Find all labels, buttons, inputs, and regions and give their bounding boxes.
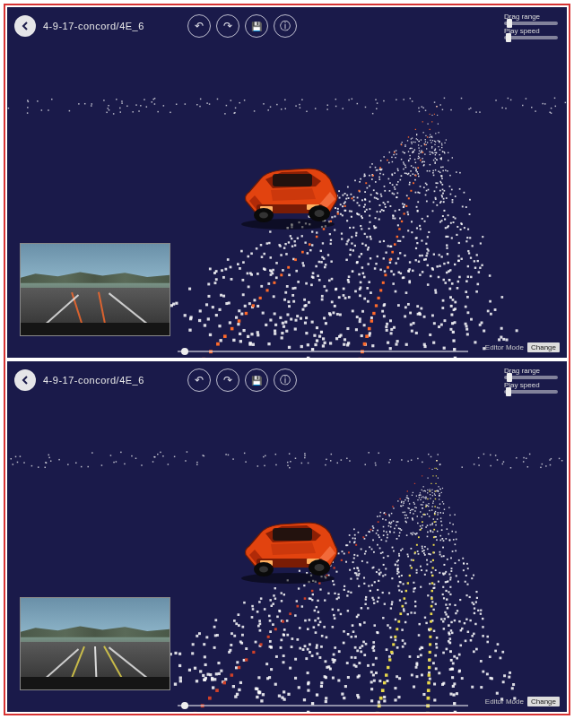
svg-rect-1366: [372, 599, 374, 601]
svg-rect-935: [121, 102, 122, 103]
svg-rect-1893: [372, 649, 375, 652]
svg-rect-967: [315, 108, 316, 108]
svg-rect-827: [397, 271, 400, 273]
svg-rect-438: [417, 210, 419, 212]
svg-rect-1895: [257, 691, 260, 694]
svg-rect-1521: [294, 658, 297, 661]
svg-rect-390: [441, 307, 444, 309]
svg-rect-467: [452, 202, 454, 204]
svg-rect-1935: [281, 592, 283, 594]
timeline-scrubber[interactable]: [178, 705, 468, 706]
svg-rect-257: [215, 278, 218, 281]
svg-rect-436: [426, 252, 428, 254]
svg-rect-985: [379, 167, 381, 169]
svg-rect-2150: [383, 681, 387, 685]
svg-rect-1739: [407, 507, 408, 508]
slider-thumb[interactable]: [506, 33, 511, 42]
svg-rect-1279: [382, 592, 384, 594]
svg-rect-362: [451, 237, 453, 238]
svg-rect-888: [551, 108, 552, 108]
svg-rect-805: [322, 344, 325, 347]
svg-rect-373: [395, 157, 396, 158]
save-button[interactable]: 💾: [245, 14, 268, 38]
svg-rect-1704: [397, 565, 399, 567]
svg-rect-1560: [427, 490, 428, 490]
svg-rect-1581: [403, 583, 404, 585]
svg-rect-1234: [419, 497, 420, 498]
svg-rect-746: [376, 197, 378, 199]
camera-inset[interactable]: [20, 243, 170, 336]
back-button[interactable]: [14, 369, 36, 391]
svg-rect-953: [120, 111, 121, 112]
svg-rect-1930: [383, 531, 385, 533]
svg-rect-1257: [174, 652, 177, 654]
svg-rect-981: [408, 136, 409, 137]
save-button[interactable]: 💾: [245, 368, 268, 392]
svg-rect-2079: [11, 458, 12, 459]
drag-range-slider[interactable]: [504, 376, 558, 379]
svg-rect-2212: [334, 659, 336, 662]
timeline-thumb[interactable]: [181, 348, 188, 355]
svg-rect-1743: [319, 621, 322, 624]
svg-rect-871: [422, 108, 423, 108]
svg-rect-552: [343, 294, 345, 297]
info-button[interactable]: ⓘ: [274, 368, 297, 392]
svg-rect-1637: [260, 597, 263, 600]
svg-rect-1225: [471, 686, 474, 689]
svg-rect-1892: [466, 563, 468, 565]
svg-rect-929: [526, 98, 526, 99]
svg-rect-1371: [384, 603, 386, 605]
undo-button[interactable]: ↶: [187, 14, 211, 38]
play-speed-slider[interactable]: [504, 390, 558, 394]
slider-thumb[interactable]: [507, 373, 512, 382]
svg-rect-376: [284, 321, 287, 324]
timeline-scrubber[interactable]: [178, 351, 468, 352]
svg-rect-1828: [353, 663, 356, 666]
svg-rect-339: [355, 328, 358, 331]
play-speed-slider[interactable]: [504, 36, 558, 39]
timeline-thumb[interactable]: [181, 702, 188, 709]
svg-rect-431: [449, 186, 451, 187]
svg-rect-2072: [204, 455, 204, 456]
svg-rect-793: [460, 222, 462, 224]
svg-rect-1738: [417, 499, 418, 500]
svg-rect-1436: [450, 570, 452, 572]
camera-inset[interactable]: [20, 597, 170, 690]
svg-rect-520: [416, 237, 418, 238]
svg-rect-359: [411, 142, 412, 143]
drag-range-slider[interactable]: [504, 22, 558, 25]
svg-rect-1629: [280, 646, 283, 649]
svg-rect-2061: [264, 465, 265, 466]
svg-rect-1173: [377, 516, 378, 517]
svg-rect-1155: [269, 630, 272, 633]
mode-change-button[interactable]: Change: [527, 697, 560, 706]
svg-rect-909: [176, 104, 177, 105]
redo-button[interactable]: ↷: [216, 368, 239, 392]
svg-rect-1939: [346, 594, 348, 596]
svg-rect-855: [384, 186, 386, 187]
svg-rect-706: [423, 186, 425, 188]
svg-rect-1519: [422, 504, 422, 505]
svg-rect-1080: [439, 149, 440, 150]
undo-button[interactable]: ↶: [187, 368, 211, 392]
svg-rect-2169: [432, 567, 434, 568]
svg-rect-814: [395, 290, 397, 293]
svg-rect-166: [466, 237, 468, 238]
svg-rect-1767: [413, 513, 413, 514]
svg-rect-276: [267, 342, 270, 345]
svg-rect-1792: [397, 585, 399, 587]
info-button[interactable]: ⓘ: [274, 14, 297, 38]
svg-rect-2093: [392, 506, 394, 507]
svg-rect-1163: [309, 619, 311, 621]
svg-rect-788: [263, 267, 265, 270]
svg-rect-185: [431, 146, 432, 147]
svg-rect-1136: [422, 548, 423, 550]
mode-change-button[interactable]: Change: [527, 342, 560, 352]
slider-thumb[interactable]: [507, 19, 512, 28]
svg-rect-1463: [461, 677, 464, 680]
redo-button[interactable]: ↷: [216, 14, 239, 38]
svg-rect-1147: [317, 617, 320, 620]
svg-rect-1215: [347, 591, 349, 593]
slider-thumb[interactable]: [506, 387, 511, 396]
back-button[interactable]: [14, 15, 36, 37]
